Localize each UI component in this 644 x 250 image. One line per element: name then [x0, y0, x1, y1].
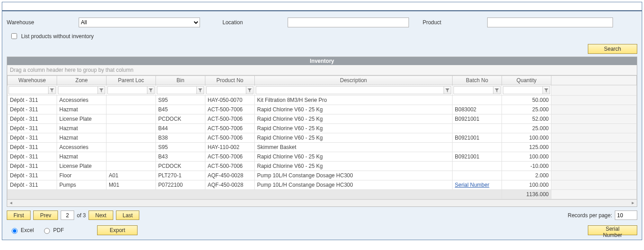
cell-batch_no [453, 124, 502, 133]
cell-batch_no: B083002 [453, 105, 502, 114]
header-row: Warehouse Zone Parent Loc Bin Product No… [8, 76, 637, 85]
col-parent-loc[interactable]: Parent Loc [107, 76, 156, 85]
table-row[interactable]: Dépôt - 311AccessoriesS95HAY-110-002Skim… [8, 143, 637, 152]
table-row[interactable]: Dépôt - 311License PlatePCDOCKACT-500-70… [8, 114, 637, 124]
cell-parent_loc [107, 96, 156, 105]
cell-zone: Accessories [57, 143, 107, 152]
cell-parent_loc [107, 133, 156, 143]
cell-product_no: ACT-500-7006 [205, 152, 255, 162]
cell-description: Rapid Chlorine V60 - 25 Kg [255, 152, 453, 162]
cell-bin: B38 [156, 133, 205, 143]
cell-description: Rapid Chlorine V60 - 25 Kg [255, 114, 453, 124]
search-button[interactable]: Search [588, 44, 637, 54]
total-quantity: 1136.000 [502, 190, 551, 199]
cell-batch_no: B0921001 [453, 114, 502, 124]
cell-description: Rapid Chlorine V60 - 25 Kg [255, 133, 453, 143]
cell-parent_loc [107, 105, 156, 114]
filter-description[interactable] [256, 86, 444, 94]
no-inventory-row: List products without inventory [9, 32, 637, 40]
col-description[interactable]: Description [255, 76, 453, 85]
group-drop-area[interactable]: Drag a column header here to group by th… [7, 65, 637, 75]
excel-radio[interactable] [12, 228, 18, 234]
cell-product_no: ACT-500-7006 [205, 114, 255, 124]
prev-button[interactable]: Prev [33, 211, 58, 220]
filter-icon[interactable] [543, 86, 550, 94]
pager: First Prev of 3 Next Last Records per pa… [7, 211, 637, 220]
scroll-left-icon[interactable]: ◄ [9, 201, 13, 205]
table-row[interactable]: Dépôt - 311AccessoriesS95HAY-050-0070Kit… [8, 96, 637, 105]
col-quantity[interactable]: Quantity [502, 76, 551, 85]
cell-batch_no: B0921001 [453, 152, 502, 162]
filter-icon[interactable] [493, 86, 501, 94]
filter-icon[interactable] [49, 86, 56, 94]
table-row[interactable]: Dépôt - 311HazmatB45ACT-500-7006Rapid Ch… [8, 105, 637, 114]
cell-parent_loc [107, 124, 156, 133]
col-batch-no[interactable]: Batch No [453, 76, 502, 85]
filter-product-no[interactable] [206, 86, 246, 94]
col-product-no[interactable]: Product No [205, 76, 255, 85]
table-row[interactable]: Dépôt - 311FloorA01PLT270-1AQF-450-0028P… [8, 171, 637, 180]
cell-description: Kit Filtration 8M3/H Serie Pro [255, 96, 453, 105]
inventory-grid: Inventory Drag a column header here to g… [7, 57, 637, 207]
last-button[interactable]: Last [116, 211, 140, 220]
first-button[interactable]: First [7, 211, 31, 220]
cell-description: Rapid Chlorine V60 - 25 Kg [255, 162, 453, 171]
scroll-right-icon[interactable]: ► [631, 201, 635, 205]
inventory-panel: Warehouse All Location Product List prod… [2, 2, 642, 240]
pdf-radio[interactable] [44, 228, 50, 234]
table-row[interactable]: Dépôt - 311HazmatB38ACT-500-7006Rapid Ch… [8, 133, 637, 143]
filter-icon[interactable] [197, 86, 204, 94]
table-row[interactable]: Dépôt - 311HazmatB44ACT-500-7006Rapid Ch… [8, 124, 637, 133]
no-inventory-checkbox[interactable] [11, 33, 17, 39]
filter-icon[interactable] [98, 86, 105, 94]
no-inventory-label: List products without inventory [21, 33, 93, 39]
export-button[interactable]: Export [97, 225, 138, 235]
cell-quantity: 52.000 [502, 114, 551, 124]
cell-zone: Hazmat [57, 133, 107, 143]
cell-bin: PCDOCK [156, 162, 205, 171]
filter-quantity[interactable] [503, 86, 543, 94]
cell-description: Pump 10L/H Constange Dosage HC300 [255, 180, 453, 190]
filter-icon[interactable] [147, 86, 155, 94]
location-input[interactable] [288, 18, 409, 27]
filter-bin[interactable] [157, 86, 197, 94]
warehouse-select[interactable]: All [79, 18, 200, 27]
table-row[interactable]: Dépôt - 311HazmatB43ACT-500-7006Rapid Ch… [8, 152, 637, 162]
cell-zone: Floor [57, 171, 107, 180]
title-bar [2, 2, 642, 11]
cell-zone: Accessories [57, 96, 107, 105]
cell-quantity: 100.000 [502, 152, 551, 162]
col-zone[interactable]: Zone [57, 76, 107, 85]
filter-zone[interactable] [58, 86, 98, 94]
cell-zone: Hazmat [57, 152, 107, 162]
filter-icon[interactable] [246, 86, 253, 94]
filter-warehouse[interactable] [9, 86, 49, 94]
cell-parent_loc: A01 [107, 171, 156, 180]
cell-product_no: AQF-450-0028 [205, 180, 255, 190]
next-button[interactable]: Next [89, 211, 113, 220]
cell-product_no: HAY-050-0070 [205, 96, 255, 105]
rpp-input[interactable] [615, 211, 637, 220]
cell-warehouse: Dépôt - 311 [8, 133, 57, 143]
cell-bin: B43 [156, 152, 205, 162]
total-row: 1136.000 [8, 190, 637, 199]
filter-parent-loc[interactable] [107, 86, 147, 94]
horizontal-scrollbar[interactable]: ◄ ► [7, 199, 637, 206]
filter-icon[interactable] [444, 86, 451, 94]
cell-warehouse: Dépôt - 311 [8, 124, 57, 133]
serial-number-link[interactable]: Serial Number [455, 182, 489, 188]
col-bin[interactable]: Bin [156, 76, 205, 85]
table-row[interactable]: Dépôt - 311License PlatePCDOCKACT-500-70… [8, 162, 637, 171]
col-warehouse[interactable]: Warehouse [8, 76, 57, 85]
serial-number-button[interactable]: Serial Number [588, 225, 637, 235]
cell-warehouse: Dépôt - 311 [8, 162, 57, 171]
page-input[interactable] [61, 211, 74, 220]
cell-bin: S95 [156, 96, 205, 105]
cell-parent_loc [107, 114, 156, 124]
product-input[interactable] [487, 18, 613, 27]
cell-bin: S95 [156, 143, 205, 152]
table-row[interactable]: Dépôt - 311PumpsM01P0722100AQF-450-0028P… [8, 180, 637, 190]
location-label: Location [222, 19, 243, 26]
cell-quantity: 2.000 [502, 171, 551, 180]
filter-batch-no[interactable] [453, 86, 493, 94]
